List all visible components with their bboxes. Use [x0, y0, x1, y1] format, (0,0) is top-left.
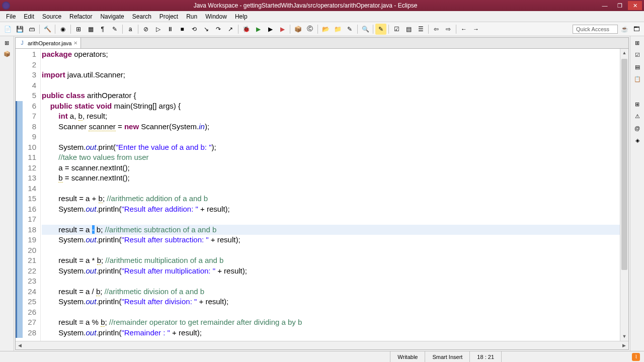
code-line[interactable]: int a, b, result;: [42, 111, 620, 122]
code-line[interactable]: Scanner scanner = new Scanner(System.in)…: [42, 122, 620, 132]
code-line[interactable]: [42, 276, 620, 287]
search-icon[interactable]: 🔍: [360, 24, 371, 35]
tab-active[interactable]: J arithOperator.java ✕: [16, 38, 81, 48]
code-line[interactable]: System.out.println("Remainder : " + resu…: [42, 328, 620, 338]
restore-icon[interactable]: ⊞: [3, 38, 12, 47]
menu-run[interactable]: Run: [182, 12, 201, 21]
new-icon[interactable]: 📄: [2, 24, 13, 35]
bookmarks-icon[interactable]: 📋: [633, 74, 642, 83]
run-icon[interactable]: ▶: [253, 24, 264, 35]
forward-icon[interactable]: →: [470, 24, 481, 35]
menu-refactor[interactable]: Refactor: [65, 12, 96, 21]
step-over-icon[interactable]: ↷: [213, 24, 224, 35]
javadoc-icon[interactable]: @: [633, 124, 642, 133]
scroll-thumb[interactable]: [621, 59, 627, 270]
menu-project[interactable]: Project: [155, 12, 182, 21]
tasks-icon[interactable]: ☑: [633, 50, 642, 59]
code-line[interactable]: System.out.println("Result after subtrac…: [42, 235, 620, 245]
mark-icon[interactable]: ✎: [109, 24, 120, 35]
back-icon[interactable]: ←: [458, 24, 469, 35]
maximize-button[interactable]: ❐: [613, 1, 627, 10]
code-line[interactable]: [42, 60, 620, 70]
next-ann-icon[interactable]: ⇨: [443, 24, 454, 35]
save-icon[interactable]: 💾: [14, 24, 25, 35]
new-class-icon[interactable]: Ⓒ: [304, 24, 315, 35]
scroll-right-icon[interactable]: ▶: [620, 341, 628, 349]
code-line[interactable]: System.out.println("Result after multipl…: [42, 266, 620, 277]
suspend-icon[interactable]: ⏸: [165, 24, 176, 35]
coverage-icon[interactable]: ▶: [265, 24, 276, 35]
code-line[interactable]: result = a + b; //arithmetic addition of…: [42, 194, 620, 204]
problems-icon[interactable]: ⚠: [633, 112, 642, 121]
hierarchy-icon[interactable]: ☰: [415, 24, 426, 35]
step-return-icon[interactable]: ↗: [225, 24, 236, 35]
code-content[interactable]: package operators;import java.util.Scann…: [41, 49, 620, 341]
outline-icon[interactable]: ▤: [403, 24, 414, 35]
save-all-icon[interactable]: 🗃: [26, 24, 37, 35]
code-line[interactable]: result = a % b; //remainder operator to …: [42, 317, 620, 328]
quick-access[interactable]: Quick Access: [573, 25, 618, 34]
menu-navigate[interactable]: Navigate: [96, 12, 128, 21]
close-icon[interactable]: ✕: [73, 40, 77, 46]
terminate-icon[interactable]: ■: [177, 24, 188, 35]
show-ws-icon[interactable]: ¶: [97, 24, 108, 35]
todo-icon[interactable]: ☑: [391, 24, 402, 35]
restore-right-icon[interactable]: ⊞: [633, 38, 642, 47]
open-folder-icon[interactable]: 📁: [332, 24, 343, 35]
code-line[interactable]: [42, 184, 620, 194]
code-line[interactable]: [42, 80, 620, 91]
scroll-up-icon[interactable]: ▲: [620, 49, 628, 57]
prev-ann-icon[interactable]: ⇦: [431, 24, 442, 35]
edit-icon[interactable]: ✎: [344, 24, 355, 35]
step-into-icon[interactable]: ↘: [201, 24, 212, 35]
menu-source[interactable]: Source: [38, 12, 65, 21]
declaration-icon[interactable]: ◈: [633, 136, 642, 145]
perspective-java-icon[interactable]: ☕: [619, 24, 630, 35]
code-line[interactable]: [42, 245, 620, 256]
debug-icon[interactable]: 🐞: [240, 24, 252, 35]
open-type-icon[interactable]: ◉: [57, 24, 68, 35]
block-sel-icon[interactable]: ▦: [85, 24, 96, 35]
vertical-scrollbar[interactable]: ▲ ▼: [620, 49, 628, 341]
code-line[interactable]: b = scanner.nextInt();: [42, 173, 620, 184]
code-line[interactable]: public class arithOperator {: [42, 90, 620, 101]
code-line[interactable]: result = a * b; //arithmetic multiplicat…: [42, 255, 620, 266]
menu-file[interactable]: File: [2, 12, 20, 21]
perspective-resource-icon[interactable]: 🗔: [631, 24, 642, 35]
build-icon[interactable]: 🔨: [42, 24, 53, 35]
code-line[interactable]: result = a - b; //arithmetic subtraction…: [42, 225, 620, 235]
code-line[interactable]: [42, 132, 620, 142]
code-line[interactable]: result = a / b; //arithmetic division of…: [42, 287, 620, 297]
disconnect-icon[interactable]: ⟲: [189, 24, 200, 35]
code-line[interactable]: [42, 214, 620, 225]
annotation-icon[interactable]: a: [125, 24, 136, 35]
scroll-left-icon[interactable]: ◀: [16, 341, 24, 349]
code-area[interactable]: 1234567891011121314151617181920212223242…: [16, 49, 628, 341]
scroll-down-icon[interactable]: ▼: [620, 332, 628, 341]
package-explorer-icon[interactable]: 📦: [3, 49, 12, 58]
code-line[interactable]: a = scanner.nextInt();: [42, 163, 620, 173]
resume-icon[interactable]: ▷: [152, 24, 164, 35]
code-line[interactable]: //take two values from user: [42, 152, 620, 163]
code-line[interactable]: public static void main(String[] args) {: [42, 101, 620, 112]
menu-help[interactable]: Help: [231, 12, 252, 21]
code-line[interactable]: System.out.println("Result after additio…: [42, 204, 620, 215]
rss-icon[interactable]: ⌇: [632, 353, 640, 361]
menu-window[interactable]: Window: [201, 12, 231, 21]
minimize-button[interactable]: —: [598, 1, 612, 10]
horizontal-scrollbar[interactable]: ◀ ▶: [16, 341, 628, 349]
menu-search[interactable]: Search: [128, 12, 155, 21]
code-line[interactable]: package operators;: [42, 49, 620, 60]
code-line[interactable]: import java.util.Scanner;: [42, 70, 620, 80]
toggle-comment-icon[interactable]: ⊞: [73, 24, 84, 35]
menu-edit[interactable]: Edit: [20, 12, 38, 21]
code-line[interactable]: System.out.print("Enter the value of a a…: [42, 142, 620, 153]
code-line[interactable]: System.out.println("Result after divisio…: [42, 297, 620, 307]
restore-right2-icon[interactable]: ⊞: [633, 100, 642, 109]
open-proj-icon[interactable]: 📂: [320, 24, 331, 35]
code-line[interactable]: [42, 307, 620, 318]
close-button[interactable]: ✕: [628, 1, 642, 10]
new-pkg-icon[interactable]: 📦: [292, 24, 303, 35]
highlight-icon[interactable]: ✎: [375, 24, 386, 35]
outline2-icon[interactable]: ▤: [633, 62, 642, 71]
